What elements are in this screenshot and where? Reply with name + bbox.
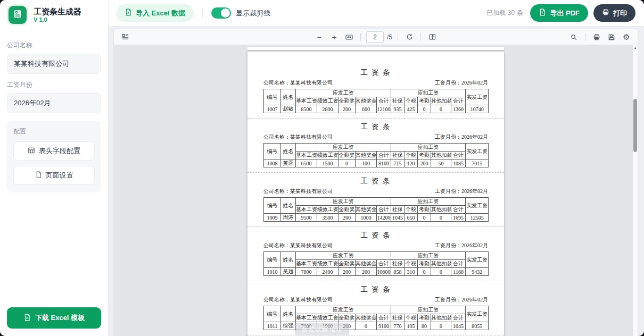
show-cutline-toggle[interactable] [211,7,231,19]
divider [585,33,585,41]
scrollbar[interactable]: ▲ [632,45,638,336]
cell-income-tax: 120 [404,159,418,167]
col-subheader: 合计 [377,314,391,322]
cell-income-tax: 195 [404,322,418,330]
slip-title: 工 资 条 [247,285,504,293]
salary-month-label: 工资月份 [7,80,101,89]
col-subheader: 绩效工资 [317,97,338,105]
cell-performance-salary: 2400 [317,268,338,276]
page-number-input[interactable] [366,31,384,43]
slip-company-line: 公司名称：某某科技有限公司 [263,242,333,249]
cell-name: 黄蓉 [281,159,296,167]
save-icon[interactable] [606,31,617,43]
col-group-payable: 应发工资 [296,144,391,152]
export-pdf-button[interactable]: 导出 PDF [530,4,588,22]
salary-table: 编号 姓名 应发工资 应扣工资 实发工资 基本工资 绩效工资 全勤奖 其他奖金 … [263,89,489,113]
rotate-icon[interactable] [403,31,415,43]
col-subheader: 全勤奖 [338,314,356,322]
salary-slip: 工 资 条 公司名称：某某科技有限公司 工资月份：2026年02月 编号 姓名 … [247,119,504,173]
salary-month-input[interactable]: 2026年02月 [7,93,101,113]
col-header-name: 姓名 [281,252,296,268]
cell-base-salary: 7000 [296,322,317,330]
cell-income-tax: 310 [404,268,418,276]
col-subheader: 考勤 [418,206,431,214]
col-subheader: 绩效工资 [317,152,338,159]
fit-width-icon[interactable] [343,31,355,43]
cell-social-insurance: 935 [391,105,404,113]
page-spread-icon[interactable] [426,31,438,43]
header-fields-config-button[interactable]: 表头字段配置 [13,141,95,161]
company-name-input[interactable]: 某某科技有限公司 [7,54,101,74]
col-subheader: 社保 [391,97,404,105]
zoom-in-button[interactable]: + [328,31,340,43]
col-header-name: 姓名 [281,89,296,105]
app-title: 工资条生成器 [34,7,81,16]
cell-performance-salary: 3500 [317,214,338,222]
show-cutline-label: 显示裁剪线 [236,9,270,18]
col-subheader: 考勤 [418,260,431,268]
slip-info-row: 公司名称：某某科技有限公司 工资月份：2026年02月 [247,133,504,141]
cell-name: 吴越 [281,268,296,276]
config-card: 配置 表头字段配置 页面设置 [7,121,101,192]
col-subheader: 基本工资 [296,152,317,159]
col-header-name: 姓名 [281,198,296,214]
cell-net-salary: 8055 [466,322,489,330]
toggle-knob [221,9,230,18]
slip-info-row: 公司名称：某某科技有限公司 工资月份：2026年02月 [247,79,504,87]
slip-company-line: 公司名称：某某科技有限公司 [263,188,333,195]
cell-other-deduction: 0 [431,322,451,330]
payslip-logo-icon [12,8,23,22]
col-subheader: 全勤奖 [338,97,356,105]
col-header-id: 编号 [264,252,281,268]
sidebar-toggle-icon[interactable] [119,31,131,43]
salary-table: 编号 姓名 应发工资 应扣工资 实发工资 基本工资 绩效工资 全勤奖 其他奖金 … [263,306,489,330]
slip-month-line: 工资月份：2026年02月 [435,79,488,87]
cell-base-salary: 9500 [296,214,317,222]
col-subheader: 社保 [391,206,404,214]
cell-name: 赵敏 [281,105,296,113]
divider [420,33,421,41]
app-logo [7,4,28,26]
slip-month-line: 工资月份：2026年02月 [435,242,488,249]
cell-payable-total: 8100 [377,159,391,167]
col-group-deduction: 应扣工资 [391,252,466,260]
cell-attendance-bonus: 0 [338,159,356,167]
import-excel-label: 导入 Excel 数据 [136,9,185,18]
import-excel-button[interactable]: 导入 Excel 数据 [116,4,194,22]
cell-base-salary: 7800 [296,268,317,276]
slip-company-line: 公司名称：某某科技有限公司 [263,79,333,87]
salary-slip: 工 资 条 公司名称：某某科技有限公司 工资月份：2026年02月 编号 姓名 … [247,227,504,281]
col-subheader: 考勤 [418,97,431,105]
col-subheader: 其他扣款 [431,314,451,322]
col-header-net: 实发工资 [466,198,489,214]
cell-other-bonus: 600 [356,105,377,113]
slip-title: 工 资 条 [247,123,504,131]
salary-slip: 工 资 条 公司名称：某某科技有限公司 工资月份：2026年02月 编号 姓名 … [247,281,504,335]
cell-id: 1010 [264,268,281,276]
col-header-id: 编号 [264,144,281,159]
scrollbar-up-arrow[interactable]: ▲ [633,46,638,49]
cell-other-deduction: 0 [431,214,451,222]
col-subheader: 基本工资 [296,206,317,214]
search-icon[interactable] [568,31,580,43]
cell-income-tax: 425 [404,105,418,113]
col-subheader: 其他扣款 [431,97,451,105]
download-excel-template-button[interactable]: 下载 Excel 模板 [7,307,101,329]
print-page-icon[interactable] [591,31,602,43]
cell-performance-salary: 1500 [317,159,338,167]
page-setup-button[interactable]: 页面设置 [13,166,95,185]
main-area: − + /5 [109,27,644,336]
app-window: 工资条生成器 V 1.0 公司名称 某某科技有限公司 工资月份 2026年02月… [0,0,644,336]
print-button[interactable]: 打印 [593,4,635,22]
app-title-block: 工资条生成器 V 1.0 [34,7,81,23]
zoom-out-button[interactable]: − [313,31,325,43]
cell-attendance-deduction: 200 [418,159,431,167]
settings-gear-icon[interactable]: ⚙ [621,31,632,43]
col-subheader: 考勤 [418,152,431,159]
scrollbar-thumb[interactable] [633,99,637,152]
col-subheader: 个税 [404,260,418,268]
col-subheader: 其他扣款 [431,152,451,159]
salary-data-row: 1007 赵敏 8500 2800 200 600 12100 935 425 … [264,105,489,113]
col-subheader: 合计 [377,260,391,268]
col-group-deduction: 应扣工资 [391,198,466,206]
